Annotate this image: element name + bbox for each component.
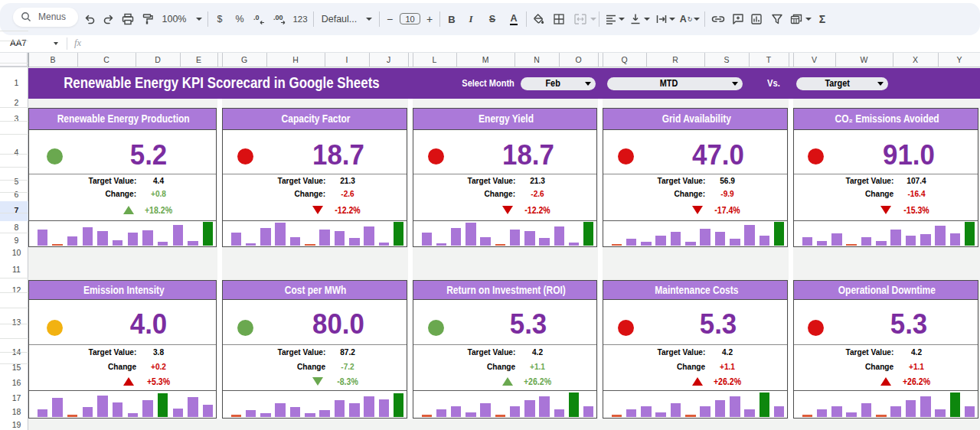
- svg-text:.0: .0: [253, 14, 260, 21]
- svg-text:.00: .00: [273, 14, 283, 21]
